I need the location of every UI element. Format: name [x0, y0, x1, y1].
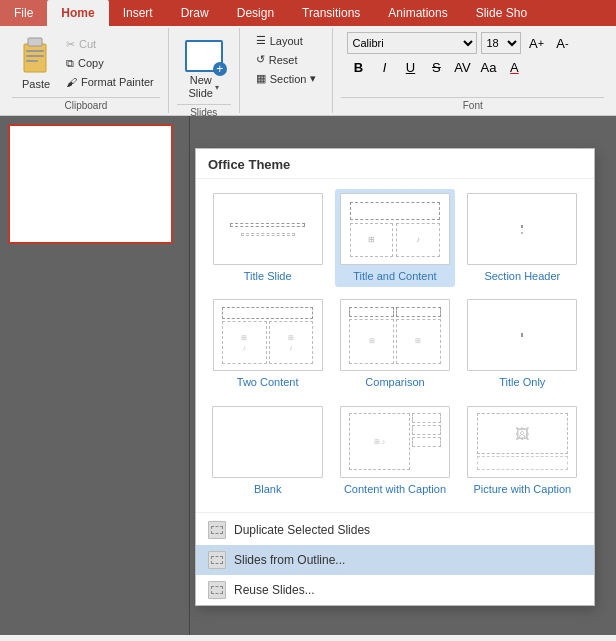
- layout-name-blank: Blank: [254, 482, 282, 496]
- comparison-col2: ⊞: [396, 319, 441, 364]
- slides-from-outline-label: Slides from Outline...: [234, 553, 345, 567]
- title-content-layout: ⊞ ♪: [346, 198, 443, 261]
- cc-side: [412, 413, 441, 470]
- layout-item-picture-caption[interactable]: 🖼 Picture with Caption: [463, 402, 582, 500]
- cc-side3: [412, 437, 441, 447]
- reset-button[interactable]: ↺ Reset: [250, 51, 323, 68]
- new-slide-dropdown: Office Theme Title Slide ⊞: [195, 148, 595, 606]
- comparison-header1: [349, 307, 394, 317]
- two-content-title: [222, 307, 313, 319]
- col2-icon2: ♪: [289, 344, 293, 351]
- tab-animations[interactable]: Animations: [374, 0, 461, 26]
- layout-item-comparison[interactable]: ⊞ ⊞ Comparison: [335, 295, 454, 393]
- tab-transitions[interactable]: Transitions: [288, 0, 374, 26]
- strikethrough-button[interactable]: S: [425, 56, 447, 78]
- duplicate-slides-item[interactable]: Duplicate Selected Slides: [196, 515, 594, 545]
- tab-design[interactable]: Design: [223, 0, 288, 26]
- layout-item-content-caption[interactable]: ⊞ ♪ Content with Caption: [335, 402, 454, 500]
- content-icons: ⊞ ♪: [350, 223, 439, 257]
- decrease-font-button[interactable]: A-: [551, 32, 573, 54]
- font-size-select[interactable]: 18: [481, 32, 521, 54]
- layout-buttons: ☰ Layout ↺ Reset ▦ Section ▾: [248, 28, 325, 91]
- font-format-row: B I U S AV Aa A: [347, 56, 598, 78]
- layout-thumb-title-content: ⊞ ♪: [340, 193, 450, 265]
- new-slide-icon: [185, 40, 223, 72]
- underline-button[interactable]: U: [399, 56, 421, 78]
- font-color-button[interactable]: A: [503, 56, 525, 78]
- duplicate-icon: [208, 521, 226, 539]
- increase-font-button[interactable]: A+: [525, 32, 547, 54]
- layout-name-section-header: Section Header: [484, 269, 560, 283]
- two-content-cols: ⊞ ♪ ⊞ ♪: [222, 321, 313, 364]
- font-family-select[interactable]: Calibri: [347, 32, 477, 54]
- new-slide-group: NewSlide ▾ Slides: [169, 28, 240, 113]
- comparison-layout: ⊞ ⊞: [346, 304, 443, 367]
- duplicate-icon-inner: [211, 526, 223, 534]
- font-spacing-button[interactable]: AV: [451, 56, 473, 78]
- cut-icon: ✂: [66, 38, 75, 51]
- layout-item-title-slide[interactable]: Title Slide: [208, 189, 327, 287]
- layout-thumb-two-content: ⊞ ♪ ⊞ ♪: [213, 299, 323, 371]
- mini-icon-2: ♪: [416, 235, 420, 244]
- layout-group: ☰ Layout ↺ Reset ▦ Section ▾: [240, 28, 334, 113]
- tab-home[interactable]: Home: [47, 0, 108, 26]
- layout-item-two-content[interactable]: ⊞ ♪ ⊞ ♪ Two Content: [208, 295, 327, 393]
- new-slide-button[interactable]: NewSlide ▾: [177, 36, 231, 104]
- format-painter-icon: 🖌: [66, 76, 77, 88]
- content-caption-layout: ⊞ ♪: [346, 410, 443, 473]
- copy-button[interactable]: ⧉ Copy: [62, 55, 158, 72]
- comparison-header2: [396, 307, 441, 317]
- section-icon: ▦: [256, 72, 266, 85]
- layout-name-title-only: Title Only: [499, 375, 545, 389]
- tab-slideshow[interactable]: Slide Sho: [462, 0, 541, 26]
- layout-thumb-title-slide: [213, 193, 323, 265]
- svg-rect-0: [24, 44, 46, 72]
- comp-icon1: ⊞: [369, 337, 375, 345]
- layout-button[interactable]: ☰ Layout: [250, 32, 323, 49]
- section-line1: [521, 225, 523, 228]
- outline-icon-inner: [211, 556, 223, 564]
- col1-icon2: ♪: [243, 344, 247, 351]
- change-case-button[interactable]: Aa: [477, 56, 499, 78]
- reset-icon: ↺: [256, 53, 265, 66]
- tab-insert[interactable]: Insert: [109, 0, 167, 26]
- svg-rect-1: [28, 38, 42, 46]
- section-line2: [521, 232, 523, 234]
- layout-item-title-content[interactable]: ⊞ ♪ Title and Content: [335, 189, 454, 287]
- icon-thumb-1: ⊞: [350, 223, 393, 257]
- svg-rect-4: [26, 60, 38, 62]
- ribbon-body: Paste ✂ Cut ⧉ Copy 🖌 Format Painter: [0, 26, 616, 116]
- slide-thumbnail[interactable]: [8, 124, 173, 244]
- title-box: [350, 202, 439, 220]
- tab-draw[interactable]: Draw: [167, 0, 223, 26]
- cut-button[interactable]: ✂ Cut: [62, 36, 158, 53]
- layout-name-title-slide: Title Slide: [244, 269, 292, 283]
- slide-panel: 1: [0, 116, 190, 635]
- icon-thumb-2: ♪: [396, 223, 439, 257]
- section-label: Section: [270, 73, 307, 85]
- format-painter-button[interactable]: 🖌 Format Painter: [62, 74, 158, 90]
- duplicate-label: Duplicate Selected Slides: [234, 523, 370, 537]
- font-group: Calibri 18 A+ A- B I U S AV Aa A: [333, 28, 612, 113]
- cc-side1: [412, 413, 441, 423]
- reuse-slides-item[interactable]: Reuse Slides...: [196, 575, 594, 605]
- tab-file[interactable]: File: [0, 0, 47, 26]
- layout-item-title-only[interactable]: Title Only: [463, 295, 582, 393]
- section-button[interactable]: ▦ Section ▾: [250, 70, 323, 87]
- italic-button[interactable]: I: [373, 56, 395, 78]
- layout-name-comparison: Comparison: [365, 375, 424, 389]
- clipboard-group-label: Clipboard: [12, 97, 160, 113]
- cc-side2: [412, 425, 441, 435]
- new-slide-dropdown-arrow[interactable]: ▾: [215, 83, 219, 92]
- layout-thumb-section-header: [467, 193, 577, 265]
- slides-from-outline-item[interactable]: Slides from Outline...: [196, 545, 594, 575]
- layout-thumb-picture-caption: 🖼: [467, 406, 577, 478]
- bold-button[interactable]: B: [347, 56, 369, 78]
- paste-button[interactable]: Paste: [12, 28, 60, 97]
- comparison-cols: ⊞ ⊞: [349, 319, 440, 364]
- layout-item-blank[interactable]: Blank: [208, 402, 327, 500]
- layout-item-section-header[interactable]: Section Header: [463, 189, 582, 287]
- title-only-layout: [515, 327, 529, 343]
- font-selector-row: Calibri 18 A+ A-: [347, 32, 598, 54]
- cc-top: ⊞ ♪: [349, 413, 440, 470]
